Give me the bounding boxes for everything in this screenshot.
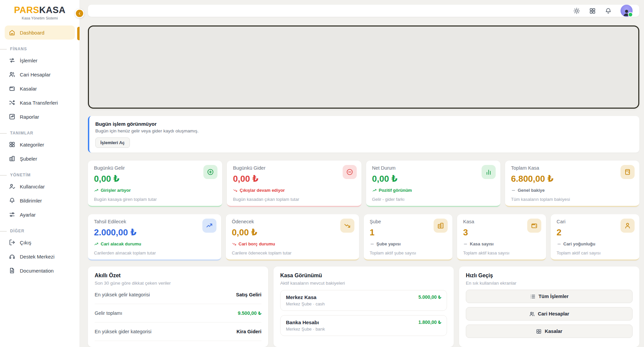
summary-label: En yüksek gider kategorisi xyxy=(95,329,151,334)
quick-link-kasalar[interactable]: Kasalar xyxy=(466,325,633,338)
sidebar-collapse-button[interactable] xyxy=(75,9,84,18)
stat-value: 0,00 ₺ xyxy=(372,174,494,184)
wallet-icon xyxy=(527,219,541,233)
apps-button[interactable] xyxy=(589,7,596,14)
stat-trend: Pozitif görünüm xyxy=(372,188,494,193)
swap-arrows-icon xyxy=(9,57,15,64)
cash-account-detail: Merkez Şube · bank xyxy=(286,327,325,332)
summary-row: En yüksek gider kategorisi Kira Gideri xyxy=(95,323,261,341)
stat-title: Net Durum xyxy=(372,165,494,171)
avatar[interactable] xyxy=(621,5,633,17)
sidebar-item-cikis[interactable]: Çıkış xyxy=(5,235,75,249)
sidebar-item-kullanicilar[interactable]: Kullanıcılar xyxy=(5,179,75,193)
sidebar-item-bildirimler[interactable]: Bildirimler xyxy=(5,193,75,208)
user-icon xyxy=(621,219,635,233)
sidebar-nav: Dashboard FİNANS İşlemler Cari Hesaplar … xyxy=(5,25,75,278)
sidebar-item-label: Kullanıcılar xyxy=(20,184,45,189)
stat-title: Bugünkü Gelir xyxy=(94,165,216,171)
logout-icon xyxy=(9,239,15,246)
sidebar-item-label: Bildirimler xyxy=(20,198,42,204)
stat-title: Toplam Kasa xyxy=(511,165,633,171)
minus-icon xyxy=(370,242,375,246)
sidebar-item-islemler[interactable]: İşlemler xyxy=(5,53,75,67)
open-transactions-button[interactable]: İşlemleri Aç xyxy=(95,137,130,148)
summary-row: En yüksek gelir kategorisi Satış Geliri xyxy=(95,286,261,304)
stat-card-net-durum: Net Durum 0,00 ₺ Pozitif görünüm Gelir -… xyxy=(366,161,500,207)
stat-trend: Cari yoğunluğu xyxy=(557,241,634,246)
cash-account-item[interactable]: Merkez Kasa Merkez Şube · cash 5.000,00 … xyxy=(280,290,447,311)
cash-account-item[interactable]: Banka Hesabı Merkez Şube · bank 1.800,00… xyxy=(280,315,447,336)
theme-sun-icon xyxy=(573,7,580,14)
sidebar-item-label: Cari Hesaplar xyxy=(20,72,51,77)
panel-subtitle: Aktif kasaların mevcut bakiyeleri xyxy=(280,281,447,286)
stat-caption: Carilerden alınacak toplam tutar xyxy=(94,250,215,255)
vault-icon xyxy=(621,165,635,179)
wallet-icon xyxy=(9,85,15,92)
sidebar-item-cari-hesaplar[interactable]: Cari Hesaplar xyxy=(5,67,75,81)
panel-subtitle: En sık kullanılan ekranlar xyxy=(466,281,633,286)
sidebar-item-kasalar[interactable]: Kasalar xyxy=(5,81,75,96)
trending-down-icon xyxy=(340,219,354,233)
trending-up-icon xyxy=(202,219,216,233)
stat-caption: Tüm kasaların toplam bakiyesi xyxy=(511,197,633,202)
sidebar-item-label: Kasalar xyxy=(20,86,37,92)
bell-icon xyxy=(9,197,15,204)
sidebar-item-label: İşlemler xyxy=(20,58,38,63)
stat-card-odenecek: Ödenecek 0,00 ₺ Cari borç durumu Cariler… xyxy=(226,214,359,261)
user-check-icon xyxy=(9,183,15,190)
stat-caption: Bugün kasadan çıkan toplam tutar xyxy=(233,197,355,202)
cash-account-amount: 5.000,00 ₺ xyxy=(418,294,441,306)
logo: PARSKASA Kasa Yönetim Sistemi xyxy=(5,0,75,20)
smart-summary-panel: Akıllı Özet Son 30 güne göre dikkat çeke… xyxy=(88,267,268,347)
trend-label: Girişler artıyor xyxy=(101,188,131,193)
sidebar-item-label: Raporlar xyxy=(20,114,39,120)
stat-title: Ödenecek xyxy=(232,219,353,224)
sidebar-item-kategoriler[interactable]: Kategoriler xyxy=(5,137,75,152)
stat-caption: Carilere ödenecek toplam tutar xyxy=(232,250,353,255)
sidebar-item-dashboard[interactable]: Dashboard xyxy=(5,25,75,40)
stat-value: 2.000,00 ₺ xyxy=(94,227,215,238)
stat-value: 0,00 ₺ xyxy=(233,174,355,184)
chevron-left-icon xyxy=(78,11,82,16)
sidebar-item-documentation[interactable]: Documentation xyxy=(5,264,75,278)
stat-card-sube: Şube 1 Şube yapısı Toplam aktif şube say… xyxy=(364,214,453,261)
stat-caption: Gelir - gider farkı xyxy=(372,197,494,202)
minus-icon xyxy=(557,242,561,246)
notifications-button[interactable] xyxy=(605,7,612,14)
trend-label: Çıkışlar devam ediyor xyxy=(240,188,285,193)
cash-account-detail: Merkez Şube · cash xyxy=(286,301,325,306)
quick-link-cari-hesaplar[interactable]: Cari Hesaplar xyxy=(466,307,633,321)
theme-toggle-button[interactable] xyxy=(573,7,580,14)
logo-text: PARSKASA xyxy=(5,6,75,15)
sidebar-item-ayarlar[interactable]: Ayarlar xyxy=(5,208,75,222)
sidebar-section-tanimlar: TANIMLAR xyxy=(10,131,75,135)
chart-placeholder xyxy=(88,25,639,109)
stat-card-toplam-kasa: Toplam Kasa 6.800,00 ₺ Genel bakiye Tüm … xyxy=(505,161,639,207)
stat-card-tahsil-edilecek: Tahsil Edilecek 2.000,00 ₺ Cari alacak d… xyxy=(88,214,221,261)
quick-link-label: Kasalar xyxy=(545,329,562,334)
stat-card-cari: Cari 2 Cari yoğunluğu Toplam aktif cari … xyxy=(551,214,640,261)
stat-trend: Çıkışlar devam ediyor xyxy=(233,188,355,193)
stat-card-bugunku-gelir: Bugünkü Gelir 0,00 ₺ Girişler artıyor Bu… xyxy=(88,161,222,207)
trend-label: Cari borç durumu xyxy=(239,241,275,246)
grid-icon xyxy=(9,141,15,148)
quick-link-tum-islemler[interactable]: Tüm İşlemler xyxy=(466,290,633,303)
stat-caption: Toplam aktif kasa sayısı xyxy=(463,250,540,255)
quick-access-panel: Hızlı Geçiş En sık kullanılan ekranlar T… xyxy=(459,267,639,347)
sidebar: PARSKASA Kasa Yönetim Sistemi Dashboard … xyxy=(0,0,80,347)
sidebar-item-subeler[interactable]: Şubeler xyxy=(5,152,75,166)
stat-trend: Genel bakiye xyxy=(511,188,633,193)
sidebar-item-destek-merkezi[interactable]: Destek Merkezi xyxy=(5,249,75,264)
sidebar-item-kasa-transferleri[interactable]: Kasa Transferleri xyxy=(5,96,75,110)
stat-value: 6.800,00 ₺ xyxy=(511,174,633,184)
alert-title: Bugün işlem görünmüyor xyxy=(95,121,632,127)
trend-up-icon xyxy=(94,188,99,193)
sidebar-item-label: Kategoriler xyxy=(20,142,44,148)
topbar xyxy=(88,5,639,17)
stat-card-bugunku-gider: Bugünkü Gider 0,00 ₺ Çıkışlar devam ediy… xyxy=(227,161,361,207)
summary-label: En yüksek gelir kategorisi xyxy=(95,292,150,297)
apps-grid-icon xyxy=(589,7,596,14)
logo-accent: PARS xyxy=(14,5,39,15)
summary-label: Gelir toplamı xyxy=(95,310,122,316)
sidebar-item-raporlar[interactable]: Raporlar xyxy=(5,110,75,124)
